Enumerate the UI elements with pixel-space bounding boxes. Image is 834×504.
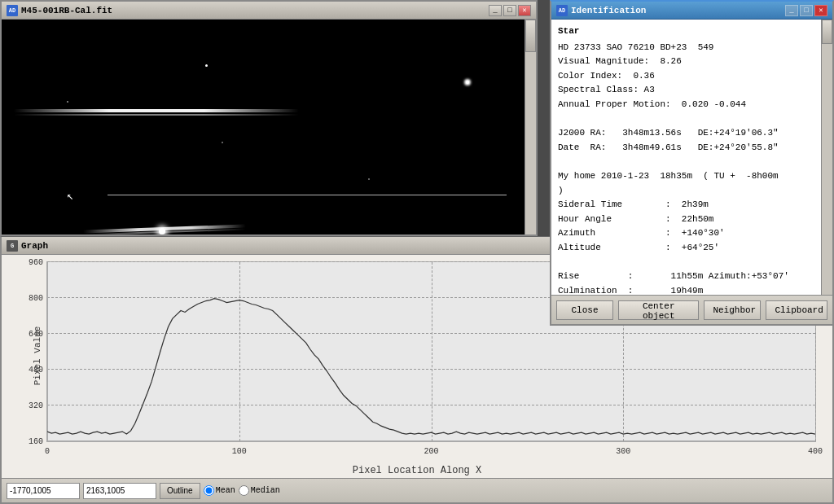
- radio-mean-label: Mean: [204, 485, 235, 496]
- image-close-button[interactable]: ✕: [518, 5, 531, 16]
- id-category: Star: [558, 24, 818, 39]
- graph-x-axis-title: Pixel Location Along X: [353, 465, 481, 476]
- measurement-line: [108, 195, 507, 195]
- graph-input-left[interactable]: [7, 483, 80, 499]
- id-clipboard-button[interactable]: Clipboard: [766, 300, 827, 320]
- star-dot-5: [466, 81, 469, 84]
- id-line-3: Color Index: 0.36: [558, 69, 818, 84]
- graph-bottom-toolbar: Outline Mean Median: [2, 478, 832, 502]
- astronomy-image: ↖: [2, 20, 536, 234]
- graph-input-right[interactable]: [83, 483, 156, 499]
- id-close-button[interactable]: ✕: [814, 5, 827, 16]
- x-label-400: 400: [808, 447, 823, 456]
- star-dot-6: [368, 178, 370, 180]
- id-line-12: Azimuth : +140°30': [558, 226, 818, 241]
- x-label-200: 200: [424, 447, 438, 456]
- star-dot-2: [205, 64, 208, 67]
- id-line-1: HD 23733 SAO 76210 BD+23 549: [558, 41, 818, 55]
- x-label-300: 300: [616, 447, 630, 456]
- id-titlebar: AD Identification _ □ ✕: [551, 2, 832, 20]
- id-content-area: Star HD 23733 SAO 76210 BD+23 549 Visual…: [551, 20, 832, 295]
- graph-window-icon: G: [7, 240, 18, 252]
- image-minimize-button[interactable]: _: [489, 5, 502, 16]
- star-dot-3: [67, 101, 68, 103]
- radio-median[interactable]: [239, 485, 249, 496]
- image-titlebar: AD M45-001RB-Cal.fit _ □ ✕: [2, 2, 536, 20]
- id-button-bar: Close Center object Neighbor Clipboard: [551, 295, 832, 324]
- radio-median-text: Median: [251, 486, 280, 495]
- id-line-7: Date RA: 3h48m49.61s DE:+24°20'55.8": [558, 141, 818, 156]
- star-dot-1: [159, 228, 165, 234]
- y-label-320: 320: [29, 401, 43, 410]
- identification-window: AD Identification _ □ ✕ Star HD 23733 SA…: [550, 0, 834, 326]
- x-label-100: 100: [232, 447, 247, 456]
- star-trail-1: [14, 109, 299, 112]
- star-dot-4: [222, 142, 223, 143]
- graph-outline-button[interactable]: Outline: [160, 483, 200, 499]
- y-label-640: 640: [29, 330, 43, 339]
- radio-mean-text: Mean: [216, 486, 235, 495]
- id-minimize-button[interactable]: _: [785, 5, 798, 16]
- id-line-8: My home 2010-1-23 18h35m ( TU + -8h00m: [558, 169, 818, 184]
- id-line-13: Altitude : +64°25': [558, 241, 818, 256]
- y-label-480: 480: [29, 366, 43, 375]
- id-window-controls: _ □ ✕: [785, 5, 827, 16]
- radio-mean[interactable]: [204, 485, 214, 496]
- y-label-800: 800: [29, 294, 43, 303]
- y-label-160: 160: [29, 437, 43, 446]
- id-line-2: Visual Magnitude: 8.26: [558, 55, 818, 69]
- id-neighbor-button[interactable]: Neighbor: [704, 300, 761, 320]
- x-label-0: 0: [45, 447, 50, 456]
- radio-median-label: Median: [239, 485, 280, 496]
- id-close-action-button[interactable]: Close: [556, 300, 613, 320]
- star-trail-2: [14, 114, 299, 116]
- image-window: AD M45-001RB-Cal.fit _ □ ✕ ↖: [0, 0, 538, 236]
- id-scroll-thumb[interactable]: [822, 20, 832, 44]
- id-line-15: Culmination : 19h49m: [558, 284, 818, 295]
- image-window-controls: _ □ ✕: [489, 5, 531, 16]
- image-scroll-thumb[interactable]: [525, 20, 536, 52]
- graph-window-title: Graph: [21, 241, 48, 251]
- id-window-title: Identification: [571, 6, 646, 15]
- id-center-object-button[interactable]: Center object: [618, 300, 699, 320]
- id-line-11: Hour Angle : 22h50m: [558, 213, 818, 227]
- id-line-4: Spectral Class: A3: [558, 83, 818, 98]
- id-scrollbar[interactable]: [821, 20, 832, 295]
- id-window-icon: AD: [556, 5, 568, 16]
- id-line-5: Annual Proper Motion: 0.020 -0.044: [558, 98, 818, 112]
- id-line-14: Rise : 11h55m Azimuth:+53°07': [558, 270, 818, 284]
- id-maximize-button[interactable]: □: [800, 5, 813, 16]
- y-label-960: 960: [29, 258, 43, 267]
- image-window-icon: AD: [7, 5, 18, 16]
- id-line-6: J2000 RA: 3h48m13.56s DE:+24°19'06.3": [558, 126, 818, 141]
- id-line-10: Sideral Time : 2h39m: [558, 198, 818, 213]
- image-maximize-button[interactable]: □: [503, 5, 516, 16]
- id-line-9: ): [558, 184, 818, 199]
- image-scrollbar[interactable]: [525, 20, 536, 234]
- cursor: ↖: [67, 189, 73, 203]
- image-window-title: M45-001RB-Cal.fit: [21, 6, 112, 15]
